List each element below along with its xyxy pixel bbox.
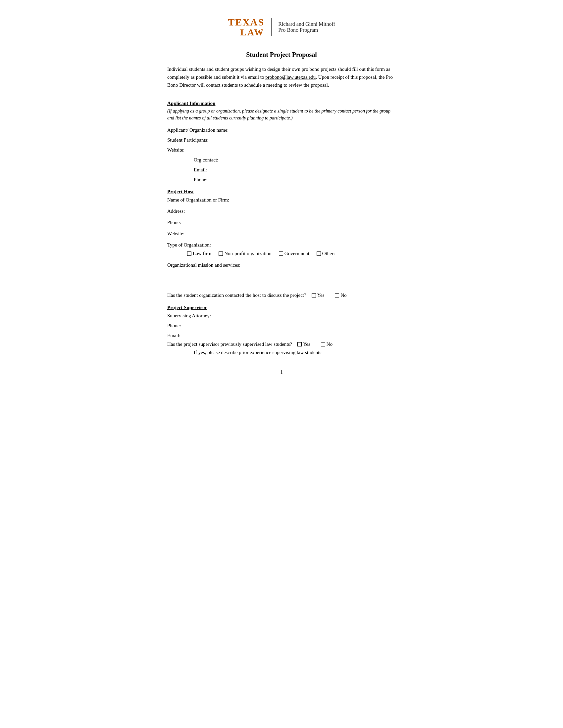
checkbox-supervised-yes-label: Yes xyxy=(303,341,310,347)
checkbox-nonprofit-box[interactable] xyxy=(218,251,223,256)
checkbox-other-box[interactable] xyxy=(317,251,321,256)
host-phone-label: Phone: xyxy=(167,220,181,225)
supervising-attorney-label: Supervising Attorney: xyxy=(167,313,211,318)
address-label: Address: xyxy=(167,208,185,214)
header-line2: Pro Bono Program xyxy=(278,27,335,33)
checkbox-law-firm[interactable]: Law firm xyxy=(187,251,211,256)
checkbox-contacted-no-box[interactable] xyxy=(335,293,339,297)
email-link[interactable]: probono@law.utexas.edu xyxy=(265,74,316,80)
checkbox-supervised-no[interactable]: No xyxy=(321,341,333,347)
checkbox-supervised-yes[interactable]: Yes xyxy=(298,341,310,347)
checkbox-other[interactable]: Other: xyxy=(317,251,335,256)
host-phone-field: Phone: xyxy=(167,218,396,226)
org-contact-field: Org contact: xyxy=(194,156,396,164)
host-website-label: Website: xyxy=(167,231,184,236)
contacted-host-row: Has the student organization contacted t… xyxy=(167,293,396,298)
student-participants-field: Student Participants: xyxy=(167,136,396,144)
project-supervisor-section: Project Supervisor Supervising Attorney:… xyxy=(167,305,396,356)
phone-label: Phone: xyxy=(194,177,208,182)
supervisor-email-label: Email: xyxy=(167,333,180,338)
supervised-before-label: Has the project supervisor previously su… xyxy=(167,341,292,347)
applicant-org-name-field: Applicant/ Organization name: xyxy=(167,126,396,134)
checkbox-nonprofit-label: Non-profit organization xyxy=(224,251,271,256)
intro-paragraph: Individual students and student groups w… xyxy=(167,65,396,89)
page-title: Student Project Proposal xyxy=(167,51,396,59)
supervisor-phone-field: Phone: xyxy=(167,322,396,330)
applicant-note: (If applying as a group or organization,… xyxy=(167,108,396,121)
checkbox-supervised-no-label: No xyxy=(327,341,333,347)
website-label: Website: xyxy=(167,147,184,153)
project-supervisor-heading: Project Supervisor xyxy=(167,305,396,310)
student-participants-label: Student Participants: xyxy=(167,137,209,143)
project-host-heading: Project Host xyxy=(167,189,396,195)
texas-law-logo: TEXAS LAW xyxy=(228,17,264,38)
document-header: TEXAS LAW Richard and Ginni Mithoff Pro … xyxy=(167,17,396,38)
project-host-section: Project Host Name of Organization or Fir… xyxy=(167,189,396,298)
checkbox-contacted-yes[interactable]: Yes xyxy=(312,293,325,298)
document-page: TEXAS LAW Richard and Ginni Mithoff Pro … xyxy=(141,0,422,395)
checkbox-other-label: Other: xyxy=(322,251,335,256)
contacted-host-label: Has the student organization contacted t… xyxy=(167,293,306,298)
supervisor-email-field: Email: xyxy=(167,332,396,340)
checkbox-nonprofit[interactable]: Non-profit organization xyxy=(218,251,271,256)
email-label: Email: xyxy=(194,167,207,172)
texas-word: TEXAS xyxy=(228,17,264,27)
mission-space xyxy=(167,271,396,289)
checkbox-government-label: Government xyxy=(285,251,309,256)
law-word: LAW xyxy=(240,27,264,38)
checkbox-government-box[interactable] xyxy=(279,251,283,256)
org-firm-name-label: Name of Organization or Firm: xyxy=(167,197,229,203)
org-type-checkboxes: Law firm Non-profit organization Governm… xyxy=(187,251,396,256)
checkbox-law-firm-box[interactable] xyxy=(187,251,191,256)
mission-field: Organizational mission and services: xyxy=(167,261,396,269)
checkbox-contacted-no-label: No xyxy=(341,293,347,298)
checkbox-government[interactable]: Government xyxy=(279,251,309,256)
if-yes-describe-label: If yes, please describe prior experience… xyxy=(194,350,323,355)
checkbox-supervised-no-box[interactable] xyxy=(321,342,325,346)
header-divider xyxy=(271,18,271,36)
section-divider-1 xyxy=(167,95,396,95)
type-of-org-label: Type of Organization: xyxy=(167,242,211,248)
checkbox-contacted-no[interactable]: No xyxy=(335,293,347,298)
address-field: Address: xyxy=(167,207,396,215)
checkbox-law-firm-label: Law firm xyxy=(193,251,211,256)
header-subtitle: Richard and Ginni Mithoff Pro Bono Progr… xyxy=(278,21,335,33)
if-yes-describe-field: If yes, please describe prior experience… xyxy=(194,348,396,356)
applicant-section: Applicant Information (If applying as a … xyxy=(167,101,396,184)
supervised-before-row: Has the project supervisor previously su… xyxy=(167,341,396,347)
website-field: Website: xyxy=(167,146,396,154)
type-of-org-field: Type of Organization: xyxy=(167,241,396,249)
org-firm-name-field: Name of Organization or Firm: xyxy=(167,196,396,204)
phone-field: Phone: xyxy=(194,176,396,184)
org-contact-label: Org contact: xyxy=(194,157,218,162)
applicant-heading: Applicant Information xyxy=(167,101,396,106)
checkbox-contacted-yes-label: Yes xyxy=(317,293,325,298)
page-number: 1 xyxy=(167,370,396,375)
applicant-org-name-label: Applicant/ Organization name: xyxy=(167,127,229,133)
checkbox-supervised-yes-box[interactable] xyxy=(298,342,302,346)
email-field: Email: xyxy=(194,166,396,174)
header-line1: Richard and Ginni Mithoff xyxy=(278,21,335,27)
supervisor-phone-label: Phone: xyxy=(167,323,181,328)
host-website-field: Website: xyxy=(167,230,396,238)
mission-label: Organizational mission and services: xyxy=(167,262,240,268)
supervising-attorney-field: Supervising Attorney: xyxy=(167,312,396,320)
checkbox-contacted-yes-box[interactable] xyxy=(312,293,316,297)
